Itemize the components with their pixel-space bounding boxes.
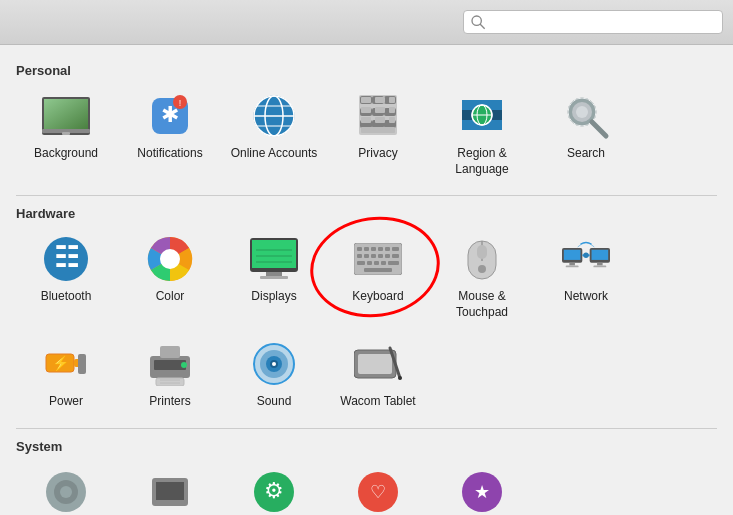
system-icon-3: ⚙ xyxy=(250,468,298,515)
background-icon xyxy=(42,92,90,140)
svg-rect-33 xyxy=(361,117,371,123)
bluetooth-item[interactable]: ☷ Bluetooth xyxy=(16,227,116,328)
privacy-item[interactable]: Privacy xyxy=(328,84,428,185)
svg-rect-111 xyxy=(358,354,392,374)
svg-rect-95 xyxy=(78,354,86,374)
svg-rect-27 xyxy=(361,97,371,103)
notifications-icon: ✱ ! xyxy=(146,92,194,140)
svg-rect-76 xyxy=(381,261,386,265)
online-accounts-item[interactable]: Online Accounts xyxy=(224,84,324,185)
keyboard-label: Keyboard xyxy=(352,289,403,305)
hardware-section-label: Hardware xyxy=(16,206,717,221)
svg-rect-56 xyxy=(260,276,288,279)
svg-rect-72 xyxy=(392,254,399,258)
svg-point-92 xyxy=(583,253,589,259)
system-icon-4: ♡ xyxy=(354,468,402,515)
color-label: Color xyxy=(156,289,185,305)
svg-text:☷: ☷ xyxy=(54,242,79,273)
top-bar xyxy=(0,0,733,45)
system-icon-5: ★ xyxy=(458,468,506,515)
bluetooth-icon: ☷ xyxy=(42,235,90,283)
svg-rect-62 xyxy=(364,247,369,251)
printers-label: Printers xyxy=(149,394,190,410)
system-item-1[interactable] xyxy=(16,460,116,515)
svg-rect-63 xyxy=(371,247,376,251)
bluetooth-label: Bluetooth xyxy=(41,289,92,305)
svg-rect-71 xyxy=(385,254,390,258)
system-section-label: System xyxy=(16,439,717,454)
svg-rect-89 xyxy=(597,263,603,266)
displays-icon xyxy=(250,235,298,283)
svg-point-48 xyxy=(576,106,588,118)
notifications-item[interactable]: ✱ ! Notifications xyxy=(120,84,220,185)
color-item[interactable]: Color xyxy=(120,227,220,328)
online-accounts-label: Online Accounts xyxy=(231,146,318,162)
sound-item[interactable]: Sound xyxy=(224,332,324,418)
svg-rect-61 xyxy=(357,247,362,251)
svg-point-116 xyxy=(60,486,72,498)
svg-point-103 xyxy=(181,362,187,368)
printers-icon xyxy=(146,340,194,388)
svg-rect-90 xyxy=(593,266,606,268)
system-icon-2 xyxy=(146,468,194,515)
svg-rect-78 xyxy=(364,268,392,272)
svg-rect-65 xyxy=(385,247,390,251)
online-accounts-icon xyxy=(250,92,298,140)
power-item[interactable]: ⚡ Power xyxy=(16,332,116,418)
svg-rect-88 xyxy=(592,250,609,260)
system-item-3[interactable]: ⚙ xyxy=(224,460,324,515)
hardware-items-grid: ☷ Bluetooth Color xyxy=(16,227,717,418)
svg-rect-67 xyxy=(357,254,362,258)
svg-rect-31 xyxy=(375,107,385,113)
svg-rect-84 xyxy=(564,250,581,260)
divider-hardware-system xyxy=(16,428,717,429)
keyboard-item[interactable]: Keyboard xyxy=(328,227,428,328)
svg-rect-36 xyxy=(361,127,395,133)
mouse-touchpad-item[interactable]: Mouse & Touchpad xyxy=(432,227,532,328)
svg-text:★: ★ xyxy=(474,482,490,502)
content: Personal Backgr xyxy=(0,45,733,515)
system-item-4[interactable]: ♡ xyxy=(328,460,428,515)
search-icon xyxy=(470,14,486,30)
system-item-2[interactable] xyxy=(120,460,220,515)
system-item-5[interactable]: ★ xyxy=(432,460,532,515)
network-item[interactable]: Network xyxy=(536,227,636,328)
svg-rect-81 xyxy=(477,245,487,259)
svg-text:!: ! xyxy=(179,98,182,108)
svg-point-82 xyxy=(478,265,486,273)
divider-personal-hardware xyxy=(16,195,717,196)
svg-rect-70 xyxy=(378,254,383,258)
svg-point-109 xyxy=(272,362,276,366)
mouse-touchpad-label: Mouse & Touchpad xyxy=(436,289,528,320)
svg-rect-100 xyxy=(160,346,180,358)
region-language-label: Region & Language xyxy=(436,146,528,177)
search-container[interactable] xyxy=(463,10,723,34)
svg-rect-6 xyxy=(62,132,70,135)
printers-item[interactable]: Printers xyxy=(120,332,220,418)
search-input[interactable] xyxy=(490,15,716,30)
svg-text:♡: ♡ xyxy=(370,482,386,502)
svg-text:⚡: ⚡ xyxy=(52,355,70,372)
svg-rect-29 xyxy=(389,97,395,103)
background-label: Background xyxy=(34,146,98,162)
background-item[interactable]: Background xyxy=(16,84,116,185)
wacom-tablet-icon xyxy=(354,340,402,388)
svg-rect-64 xyxy=(378,247,383,251)
wacom-tablet-item[interactable]: Wacom Tablet xyxy=(328,332,428,418)
search-settings-item[interactable]: Search xyxy=(536,84,636,185)
keyboard-icon xyxy=(354,235,402,283)
region-language-item[interactable]: Region & Language xyxy=(432,84,532,185)
svg-rect-32 xyxy=(389,107,395,113)
svg-rect-73 xyxy=(357,261,365,265)
displays-label: Displays xyxy=(251,289,296,305)
svg-point-0 xyxy=(472,16,481,25)
displays-item[interactable]: Displays xyxy=(224,227,324,328)
svg-line-1 xyxy=(480,24,485,29)
svg-rect-4 xyxy=(44,99,88,129)
svg-line-47 xyxy=(592,122,606,136)
svg-rect-28 xyxy=(375,97,385,103)
network-icon xyxy=(562,235,610,283)
sound-label: Sound xyxy=(257,394,292,410)
search-settings-label: Search xyxy=(567,146,605,162)
svg-rect-74 xyxy=(367,261,372,265)
